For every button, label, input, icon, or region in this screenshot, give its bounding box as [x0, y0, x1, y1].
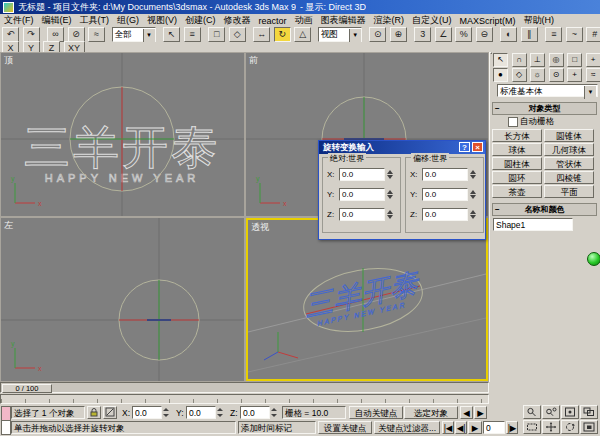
previous-frame-button[interactable]: ◀| — [455, 421, 467, 434]
select-object-icon[interactable]: ↖ — [163, 27, 180, 42]
mirror-icon[interactable]: ◐ — [500, 27, 517, 42]
select-and-scale-icon[interactable]: △ — [294, 27, 311, 42]
y-coordinate-field[interactable]: 0.0 — [186, 406, 216, 419]
redo-icon[interactable]: ↷ — [23, 27, 40, 42]
chevron-down-icon[interactable]: ▼ — [584, 86, 596, 99]
absolute-z-field[interactable]: 0.0 — [339, 208, 385, 221]
spinner[interactable] — [270, 406, 278, 419]
reference-coordinate-dropdown[interactable]: 视图▼ — [318, 27, 362, 42]
spinner[interactable] — [469, 188, 478, 201]
cone-button[interactable]: 圆锥体 — [544, 129, 594, 142]
set-key-button[interactable]: 设置关键点 — [318, 421, 372, 434]
select-and-rotate-icon[interactable]: ↻ — [274, 27, 291, 42]
box-button[interactable]: 长方体 — [492, 129, 542, 142]
menu-group[interactable]: 组(G) — [113, 14, 143, 27]
chevron-down-icon[interactable]: ▼ — [143, 29, 155, 42]
spinner[interactable] — [386, 168, 395, 181]
viewport-perspective[interactable]: 透视 三羊开泰 HAPPY NEW YEAR — [246, 218, 488, 381]
select-by-name-icon[interactable]: ≡ — [184, 27, 201, 42]
next-key-button[interactable]: ▶ — [474, 406, 487, 419]
lights-category-icon[interactable]: ☼ — [530, 68, 545, 82]
shapes-category-icon[interactable]: ◇ — [512, 68, 527, 82]
menu-modifiers[interactable]: 修改器 — [220, 14, 255, 27]
green-indicator-icon[interactable] — [587, 252, 600, 266]
select-and-move-icon[interactable]: ↔ — [253, 27, 270, 42]
menu-tools[interactable]: 工具(T) — [76, 14, 114, 27]
spinner[interactable] — [386, 208, 395, 221]
zoom-all-button[interactable] — [542, 405, 560, 419]
cylinder-button[interactable]: 圆柱体 — [492, 157, 542, 170]
absolute-y-field[interactable]: 0.0 — [339, 188, 385, 201]
bind-to-space-warp-icon[interactable]: ≈ — [88, 27, 105, 42]
maxscript-mini-listener[interactable] — [1, 420, 11, 435]
menu-maxscript[interactable]: MAXScript(M) — [456, 16, 520, 26]
track-bar[interactable] — [0, 394, 489, 404]
go-to-start-button[interactable]: |◀ — [442, 421, 454, 434]
autogrid-checkbox[interactable] — [508, 117, 518, 127]
selected-filter-dropdown[interactable]: 选定对象 — [404, 406, 458, 419]
spinner[interactable] — [469, 208, 478, 221]
time-slider-handle[interactable]: 0 / 100 — [2, 384, 52, 393]
align-icon[interactable]: ∥ — [521, 27, 538, 42]
plane-button[interactable]: 平面 — [544, 185, 594, 198]
collapse-icon[interactable]: − — [495, 103, 500, 114]
maxscript-mini-listener-macro[interactable] — [1, 406, 11, 421]
percent-snap-icon[interactable]: % — [455, 27, 472, 42]
menu-create[interactable]: 创建(C) — [181, 14, 220, 27]
viewport-top-label[interactable]: 顶 — [4, 54, 13, 67]
space-warps-category-icon[interactable]: ≈ — [586, 68, 600, 82]
next-frame-button[interactable]: |▶ — [506, 421, 518, 434]
menu-animation[interactable]: 动画 — [291, 14, 317, 27]
spinner[interactable] — [386, 188, 395, 201]
select-and-manipulate-icon[interactable]: ⊕ — [390, 27, 407, 42]
schematic-view-icon[interactable]: # — [586, 27, 600, 42]
viewport-left-label[interactable]: 左 — [4, 219, 13, 232]
geometry-category-icon[interactable]: ● — [493, 68, 508, 82]
use-pivot-center-icon[interactable]: ⊙ — [369, 27, 386, 42]
collapse-icon[interactable]: − — [495, 204, 500, 215]
menu-graph-editors[interactable]: 图表编辑器 — [317, 14, 370, 27]
object-type-rollout[interactable]: − 对象类型 — [492, 102, 597, 115]
window-crossing-icon[interactable]: ◇ — [229, 27, 246, 42]
create-tab-icon[interactable]: ↖ — [493, 53, 508, 67]
offset-x-field[interactable]: 0.0 — [422, 168, 468, 181]
utilities-tab-icon[interactable]: + — [586, 53, 600, 67]
selection-filter-dropdown[interactable]: 全部▼ — [112, 27, 156, 42]
display-tab-icon[interactable]: □ — [567, 53, 582, 67]
spinner[interactable] — [469, 168, 478, 181]
pyramid-button[interactable]: 四棱锥 — [544, 171, 594, 184]
offset-y-field[interactable]: 0.0 — [422, 188, 468, 201]
spinner[interactable] — [216, 406, 224, 419]
current-frame-field[interactable]: 0 — [483, 421, 505, 434]
z-coordinate-field[interactable]: 0.0 — [240, 406, 270, 419]
maximize-viewport-toggle-button[interactable] — [580, 420, 598, 434]
unlink-selection-icon[interactable]: ⊘ — [68, 27, 85, 42]
zoom-region-button[interactable] — [523, 420, 541, 434]
motion-tab-icon[interactable]: ◎ — [549, 53, 564, 67]
helpers-category-icon[interactable]: + — [567, 68, 582, 82]
object-color-swatch[interactable] — [490, 52, 492, 54]
pan-button[interactable] — [542, 420, 560, 434]
tube-button[interactable]: 管状体 — [544, 157, 594, 170]
modify-tab-icon[interactable]: ∩ — [512, 53, 527, 67]
time-tag[interactable]: 添加时间标记 — [238, 421, 316, 434]
absolute-x-field[interactable]: 0.0 — [339, 168, 385, 181]
snap-toggle-icon[interactable]: 3 — [414, 27, 431, 42]
help-icon[interactable]: ? — [459, 142, 470, 152]
name-color-rollout[interactable]: − 名称和颜色 — [492, 203, 597, 216]
play-button[interactable]: ▶ — [468, 421, 482, 434]
key-filters-button[interactable]: 关键点过滤器... — [374, 421, 440, 434]
layer-manager-icon[interactable]: ≡ — [545, 27, 562, 42]
select-and-link-icon[interactable]: ∞ — [47, 27, 64, 42]
time-slider[interactable]: 0 / 100 — [0, 382, 489, 393]
cameras-category-icon[interactable]: ⊙ — [549, 68, 564, 82]
zoom-extents-button[interactable] — [561, 405, 579, 419]
title-bar[interactable]: 无标题 - 项目文件夹: d:\My Documents\3dsmax - Au… — [0, 0, 600, 14]
close-icon[interactable]: × — [472, 142, 483, 152]
menu-rendering[interactable]: 渲染(R) — [370, 14, 409, 27]
absolute-offset-mode-button[interactable] — [103, 406, 117, 419]
geosphere-button[interactable]: 几何球体 — [544, 143, 594, 156]
arc-rotate-button[interactable] — [561, 420, 579, 434]
previous-key-button[interactable]: ◀ — [460, 406, 473, 419]
teapot-button[interactable]: 茶壶 — [492, 185, 542, 198]
